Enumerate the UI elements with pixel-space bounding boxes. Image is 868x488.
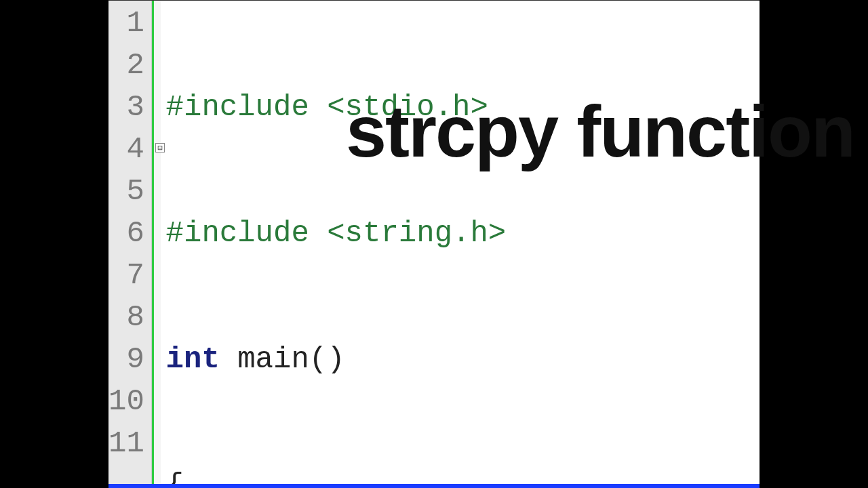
code-line-1: #include <stdio.h> xyxy=(166,86,760,128)
code-line-2: #include <string.h> xyxy=(166,212,760,254)
line-number: 4 xyxy=(108,128,151,170)
line-number: 3 xyxy=(108,86,151,128)
keyword-int: int xyxy=(166,342,220,376)
paren-pair: () xyxy=(309,342,345,376)
line-number: 5 xyxy=(108,170,151,212)
line-number: 10 xyxy=(108,380,151,422)
line-number: 6 xyxy=(108,212,151,254)
line-number: 1 xyxy=(108,2,151,44)
line-number: 9 xyxy=(108,338,151,380)
preproc-include: #include <string.h> xyxy=(166,216,507,250)
preproc-include: #include <stdio.h> xyxy=(166,90,488,124)
bottom-bar xyxy=(108,484,760,488)
line-number: 8 xyxy=(108,296,151,338)
line-number: 11 xyxy=(108,422,151,464)
ident-main: main xyxy=(237,342,309,376)
line-number: 2 xyxy=(108,44,151,86)
fold-gutter: ⊟ xyxy=(154,1,161,488)
code-text-area[interactable]: #include <stdio.h> #include <string.h> i… xyxy=(161,1,760,488)
line-number: 7 xyxy=(108,254,151,296)
code-editor[interactable]: 1 2 3 4 5 6 7 8 9 10 11 ⊟ #include <stdi… xyxy=(108,1,760,488)
editor-window: 1 2 3 4 5 6 7 8 9 10 11 ⊟ #include <stdi… xyxy=(108,0,760,488)
line-number-gutter: 1 2 3 4 5 6 7 8 9 10 11 xyxy=(108,1,152,488)
code-line-3: int main() xyxy=(166,338,760,380)
